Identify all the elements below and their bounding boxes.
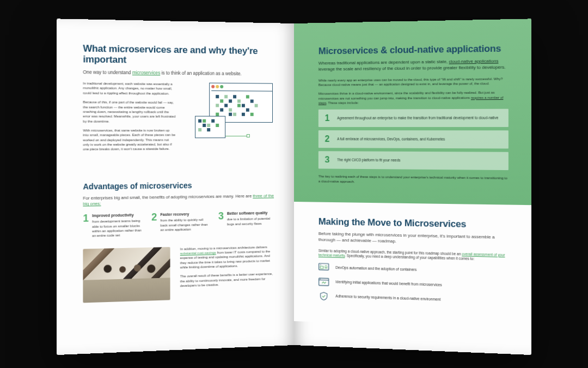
lead-text-a: One way to understand xyxy=(83,69,132,75)
advantage-item: 3 Better software quality due to a limit… xyxy=(218,210,276,236)
step-number: 2 xyxy=(325,135,330,143)
lead-text-b: is to think of an application as a websi… xyxy=(160,70,242,76)
green-p2: Microservices thrive in a cloud-native e… xyxy=(318,90,509,105)
capability-text: Adherence to security requirements in a … xyxy=(335,294,440,302)
advantage-number: 3 xyxy=(218,210,224,236)
advantage-item: 1 Improved productivity from development… xyxy=(83,212,143,238)
advantages-list: 1 Improved productivity from development… xyxy=(83,210,275,238)
advantages-heading: Advantages of microservices xyxy=(83,179,275,192)
green-heading: Microservices & cloud-native application… xyxy=(318,43,509,56)
microservices-diagram xyxy=(195,82,276,143)
advantage-body: due to a limitation of potential bugs an… xyxy=(227,216,270,225)
green-p1: While nearly every app an enterprise use… xyxy=(318,76,509,87)
shield-check-icon xyxy=(318,291,329,301)
page-right: Microservices & cloud-native application… xyxy=(294,19,531,355)
green-p2-a: Microservices thrive in a cloud-native e… xyxy=(318,90,495,100)
left-p1: In traditional development, each website… xyxy=(83,81,175,95)
advantage-title: Faster recovery xyxy=(161,211,211,217)
app-window-icon xyxy=(318,277,329,287)
step-number: 1 xyxy=(325,114,330,123)
left-lead: One way to understand microservices is t… xyxy=(83,69,275,77)
left-p3: With microservices, that same website is… xyxy=(83,128,175,152)
capability-row: Identifying initial applications that wo… xyxy=(318,277,509,292)
advantage-title: Improved productivity xyxy=(92,212,144,218)
step-text: A full embrace of microservices, DevOps,… xyxy=(337,137,501,142)
open-book: What microservices are and why they're i… xyxy=(60,23,528,345)
link-cost-savings[interactable]: substantial cost-savings xyxy=(180,250,216,255)
lower-heading: Making the Move to Microservices xyxy=(318,216,509,230)
adv-lead-a: For enterprises big and small, the benef… xyxy=(83,193,253,200)
step-text: Agreement throughout an enterprise to ma… xyxy=(337,116,501,120)
capability-row: DevOps automation and the adoption of co… xyxy=(318,263,509,277)
advantage-body: from the ability to quickly roll back sm… xyxy=(161,217,208,231)
green-lead: Whereas traditional applications are dep… xyxy=(318,58,509,73)
step-row: 3 The right CI/CD platform to fit your n… xyxy=(318,151,509,170)
svg-point-1 xyxy=(320,264,321,266)
green-lead-a: Whereas traditional applications are dep… xyxy=(318,59,449,65)
green-closing: The key to realizing each of these steps… xyxy=(318,174,509,185)
page-left: What microservices are and why they're i… xyxy=(57,19,294,355)
svg-line-4 xyxy=(319,280,329,280)
step-text: The right CI/CD platform to fit your nee… xyxy=(337,158,501,164)
team-meeting-photo xyxy=(83,246,170,302)
advantage-number: 1 xyxy=(83,213,89,238)
link-cloud-native[interactable]: cloud-native applications xyxy=(449,58,499,64)
advantage-item: 2 Faster recovery from the ability to qu… xyxy=(151,211,211,237)
step-row: 2 A full embrace of microservices, DevOp… xyxy=(318,130,509,149)
containers-icon xyxy=(318,263,329,273)
left-heading: What microservices are and why they're i… xyxy=(83,43,275,67)
svg-point-5 xyxy=(320,279,320,279)
step-row: 1 Agreement throughout an enterprise to … xyxy=(318,109,509,127)
advantage-number: 2 xyxy=(151,212,157,237)
lower-p: Similar to adopting a cloud-native appro… xyxy=(318,248,509,262)
lower-lead: Before taking the plunge with microservi… xyxy=(318,231,509,247)
capability-text: Identifying initial applications that wo… xyxy=(335,280,442,288)
capability-row: Adherence to security requirements in a … xyxy=(318,291,509,307)
left-bp2: The overall result of these benefits is … xyxy=(180,272,276,288)
capability-text: DevOps automation and the adoption of co… xyxy=(335,266,416,273)
step-number: 3 xyxy=(325,155,330,164)
advantage-title: Better software quality xyxy=(227,210,276,216)
link-microservices[interactable]: microservices xyxy=(132,70,160,75)
left-bp1: In addition, moving to a microservices a… xyxy=(180,244,276,270)
svg-rect-2 xyxy=(320,266,323,268)
advantages-lead: For enterprises big and small, the benef… xyxy=(83,193,275,207)
advantage-body: from development teams being able to foc… xyxy=(92,218,142,237)
green-section: Microservices & cloud-native application… xyxy=(294,19,531,205)
left-p2: Because of this, if one part of the webs… xyxy=(83,100,175,124)
green-p2-b: . These steps include: xyxy=(326,100,358,104)
lower-section: Making the Move to Microservices Before … xyxy=(294,202,531,330)
